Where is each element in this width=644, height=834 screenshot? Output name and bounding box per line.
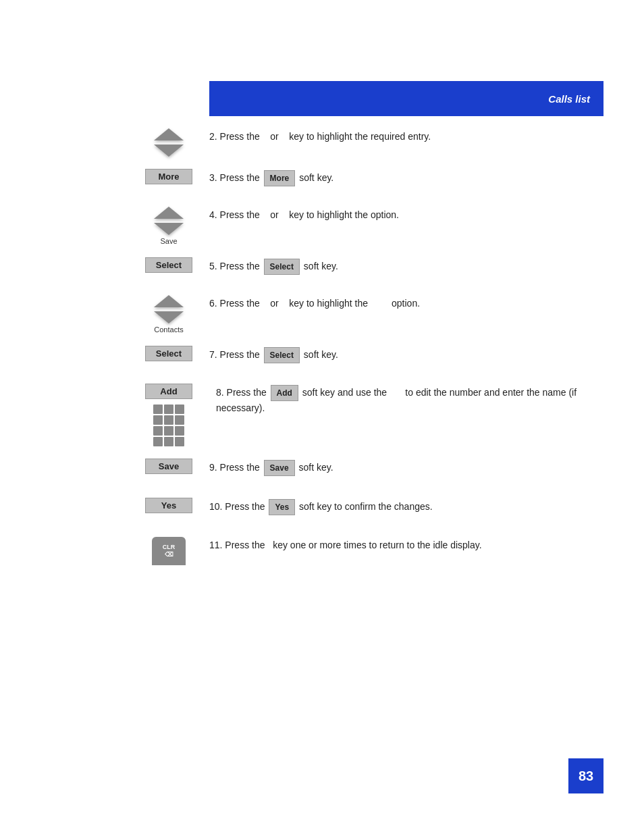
arrow-up-icon-4 bbox=[154, 207, 184, 219]
key-4 bbox=[153, 415, 163, 425]
keypad-icon bbox=[153, 405, 184, 446]
step-2-text: 2. Press the or key to highlight the req… bbox=[209, 128, 603, 144]
step-4-text: 4. Press the or key to highlight the opt… bbox=[209, 207, 603, 222]
page-title: Calls list bbox=[548, 93, 590, 105]
yes-inline-btn: Yes bbox=[269, 499, 295, 515]
nav-arrows-4 bbox=[154, 207, 184, 235]
select-button-7[interactable]: Select bbox=[145, 346, 192, 361]
key-6 bbox=[175, 415, 184, 425]
yes-button[interactable]: Yes bbox=[145, 498, 192, 513]
save-button[interactable]: Save bbox=[145, 459, 192, 474]
step-8-row: Add 8. Pres bbox=[135, 384, 603, 446]
content-area: 2. Press the or key to highlight the req… bbox=[135, 128, 603, 577]
step-3-row: More 3. Press the More soft key. bbox=[135, 169, 603, 196]
step-5-text: 5. Press the Select soft key. bbox=[209, 257, 603, 275]
arrow-down-icon bbox=[154, 145, 184, 157]
step-9-text: 9. Press the Save soft key. bbox=[209, 459, 603, 476]
save-label: Save bbox=[160, 237, 177, 245]
arrow-down-icon-4 bbox=[154, 223, 184, 235]
select-inline-btn-7: Select bbox=[264, 347, 300, 363]
nav-arrows-2 bbox=[154, 128, 184, 157]
key-8 bbox=[164, 426, 173, 436]
step-2-row: 2. Press the or key to highlight the req… bbox=[135, 128, 603, 157]
contacts-label: Contacts bbox=[154, 325, 183, 334]
key-5 bbox=[164, 415, 173, 425]
header-banner: Calls list bbox=[209, 81, 603, 116]
step-4-icon: Save bbox=[135, 207, 203, 245]
step-5-icon: Select bbox=[135, 257, 203, 273]
step-8-text: 8. Press the Add soft key and use the to… bbox=[209, 384, 603, 415]
step-10-text: 10. Press the Yes soft key to confirm th… bbox=[209, 498, 603, 515]
clr-key-icon: CLR⌫ bbox=[152, 537, 186, 565]
page-number-badge: 83 bbox=[568, 758, 603, 793]
key-9 bbox=[175, 426, 184, 436]
step-7-icon: Select bbox=[135, 346, 203, 361]
step-2-icon bbox=[135, 128, 203, 157]
arrow-down-icon-6 bbox=[154, 311, 184, 323]
step-11-text: 11. Press the key one or more times to r… bbox=[209, 537, 603, 552]
step-6-row: Contacts 6. Press the or key to highligh… bbox=[135, 295, 603, 334]
key-2 bbox=[164, 405, 173, 414]
add-inline-btn: Add bbox=[271, 385, 298, 401]
nav-arrows-6 bbox=[154, 295, 184, 323]
step-11-row: CLR⌫ 11. Press the key one or more times… bbox=[135, 537, 603, 565]
page-number: 83 bbox=[579, 768, 593, 784]
step-10-icon: Yes bbox=[135, 498, 203, 513]
step-3-icon: More bbox=[135, 169, 203, 184]
more-button[interactable]: More bbox=[145, 169, 192, 184]
key-star bbox=[153, 437, 163, 446]
step-4-row: Save 4. Press the or key to highlight th… bbox=[135, 207, 603, 245]
step-11-icon: CLR⌫ bbox=[135, 537, 203, 565]
key-hash bbox=[175, 437, 184, 446]
step-3-text: 3. Press the More soft key. bbox=[209, 169, 603, 186]
select-button-5[interactable]: Select bbox=[145, 257, 192, 273]
step-9-row: Save 9. Press the Save soft key. bbox=[135, 459, 603, 486]
key-3 bbox=[175, 405, 184, 414]
step-9-icon: Save bbox=[135, 459, 203, 474]
select-inline-btn-5: Select bbox=[264, 259, 300, 275]
add-button[interactable]: Add bbox=[145, 384, 192, 399]
step-8-icon: Add bbox=[135, 384, 203, 446]
step-6-icon: Contacts bbox=[135, 295, 203, 334]
key-0 bbox=[164, 437, 173, 446]
key-7 bbox=[153, 426, 163, 436]
step-6-text: 6. Press the or key to highlight the opt… bbox=[209, 295, 603, 311]
page-container: Calls list 2. Press the or key to highli… bbox=[0, 0, 644, 834]
more-inline-btn: More bbox=[264, 170, 296, 186]
step-5-row: Select 5. Press the Select soft key. bbox=[135, 257, 603, 284]
step-7-text: 7. Press the Select soft key. bbox=[209, 346, 603, 363]
step-7-row: Select 7. Press the Select soft key. bbox=[135, 346, 603, 373]
arrow-up-icon-6 bbox=[154, 295, 184, 307]
arrow-up-icon bbox=[154, 128, 184, 140]
save-inline-btn: Save bbox=[264, 460, 295, 476]
step-10-row: Yes 10. Press the Yes soft key to confir… bbox=[135, 498, 603, 525]
key-1 bbox=[153, 405, 163, 414]
